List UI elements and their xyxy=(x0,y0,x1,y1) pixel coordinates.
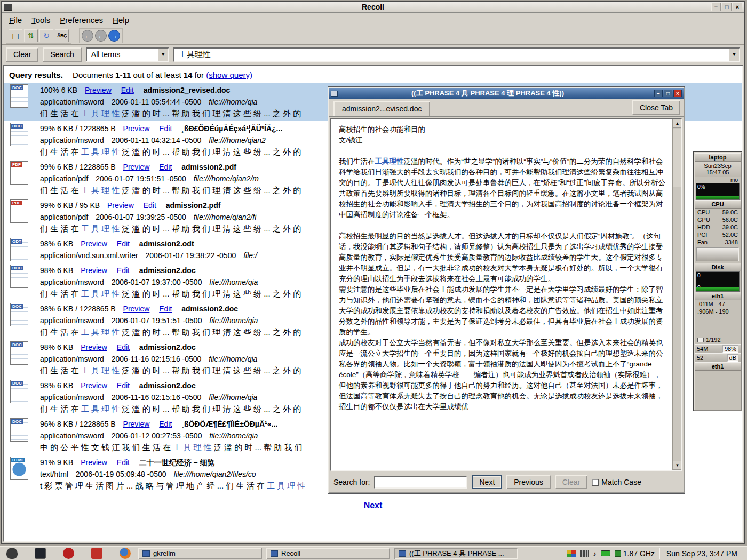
preview-link[interactable]: Preview xyxy=(123,420,150,428)
spellcheck-icon[interactable]: ÂBÇ xyxy=(55,29,69,42)
edit-link[interactable]: Edit xyxy=(117,239,130,248)
preview-link[interactable]: Preview xyxy=(81,266,107,275)
next-page-link[interactable]: Next xyxy=(364,501,383,510)
refresh-icon[interactable]: ↻ xyxy=(39,29,53,42)
edit-link[interactable]: Edit xyxy=(159,163,172,171)
maximize-icon[interactable]: □ xyxy=(722,3,732,11)
taskbar-task-button[interactable]: ((工 PHRASE 4 具 PHRASE ... xyxy=(394,548,518,559)
edit-link[interactable]: Edit xyxy=(117,343,130,351)
edit-link[interactable]: Edit xyxy=(159,124,172,133)
query-detail-icon[interactable]: ▤ xyxy=(9,29,22,42)
preview-tabbar: admission2...evised.doc Close Tab xyxy=(329,99,684,117)
search-for-label: Search for: xyxy=(333,478,370,486)
preview-link[interactable]: Preview xyxy=(81,381,107,390)
taskbar-task-button[interactable]: Recoll xyxy=(266,548,390,559)
menu-tools[interactable]: Tools xyxy=(27,14,54,26)
prev-page-icon[interactable]: ← xyxy=(95,30,107,42)
preview-link[interactable]: Preview xyxy=(123,163,150,171)
preview-tab[interactable]: admission2...evised.doc xyxy=(333,101,430,116)
result-filename: admission2_revised.doc xyxy=(144,86,231,94)
preview-link[interactable]: Preview xyxy=(81,343,107,351)
preview-link[interactable]: Preview xyxy=(85,86,112,94)
gkrellm-krell-slider[interactable] xyxy=(696,247,739,261)
gkrellm-time: 15:47 05 xyxy=(695,169,741,175)
taskbar-tasks: gkrellmRecoll((工 PHRASE 4 具 PHRASE ... xyxy=(138,548,518,559)
search-button[interactable]: Search xyxy=(43,47,81,62)
menu-preferences[interactable]: Preferences xyxy=(55,14,107,26)
result-relevance-size: 98% 6 KB / 1228865 B xyxy=(40,305,116,313)
result-date: 2006-01-11 04:32:14 -0500 xyxy=(112,136,202,145)
preview-link[interactable]: Preview xyxy=(81,239,107,248)
menu-file[interactable]: File xyxy=(5,14,26,26)
first-page-icon[interactable]: ← xyxy=(82,30,93,42)
show-query-link[interactable]: (show query) xyxy=(206,70,252,79)
gkrellm-mail: 1/192 xyxy=(695,335,741,344)
match-case-option[interactable]: Match Case xyxy=(592,478,641,486)
close-tab-button[interactable]: Close Tab xyxy=(632,100,680,115)
edit-link[interactable]: Edit xyxy=(117,458,130,467)
scroll-up-icon[interactable]: ▲ xyxy=(673,119,682,128)
next-page-icon[interactable]: → xyxy=(108,30,120,42)
keyboard-layout-icon[interactable] xyxy=(580,550,589,557)
task-icon xyxy=(399,550,406,557)
query-input-combo[interactable]: 工具理性 ▼ xyxy=(173,47,740,62)
menu-help[interactable]: Help xyxy=(108,14,133,26)
sort-icon[interactable]: ⇅ xyxy=(24,29,38,42)
minimize-icon[interactable]: − xyxy=(654,90,663,97)
preview-link[interactable]: Preview xyxy=(107,201,134,210)
preview-search-input[interactable] xyxy=(374,476,467,489)
toolbar-group-actions: ▤ ⇅ ↻ ÂBÇ xyxy=(6,28,71,44)
toolbox-icon[interactable] xyxy=(91,548,102,559)
preview-next-button[interactable]: Next xyxy=(472,475,502,489)
chevron-down-icon[interactable]: ▼ xyxy=(158,49,168,61)
start-icon[interactable] xyxy=(6,548,18,559)
edit-link[interactable]: Edit xyxy=(159,420,172,428)
preview-link[interactable]: Preview xyxy=(123,124,150,133)
result-url: file:///home/qia xyxy=(209,278,258,286)
workspace-switcher-icon[interactable] xyxy=(567,550,576,557)
document-icon: DOC xyxy=(9,341,29,365)
browser-icon[interactable] xyxy=(120,548,131,559)
result-mime: application/pdf xyxy=(40,174,88,183)
tray-separator xyxy=(659,548,660,559)
clear-button[interactable]: Clear xyxy=(6,47,38,62)
taskbar-task-button[interactable]: gkrellm xyxy=(138,548,262,559)
minimize-icon[interactable]: − xyxy=(711,3,721,11)
terminal-icon[interactable] xyxy=(35,548,46,559)
preview-search-bar: Search for: Next Previous Clear Match Ca… xyxy=(329,472,684,492)
preview-clear-button[interactable]: Clear xyxy=(555,475,587,489)
document-icon: DOC xyxy=(9,265,29,288)
preview-link[interactable]: Preview xyxy=(123,305,150,313)
match-case-checkbox[interactable] xyxy=(592,479,599,486)
preview-link[interactable]: Preview xyxy=(81,458,107,467)
preview-titlebar[interactable]: ((工 PHRASE 4 具 PHRASE 4 理 PHRASE 4 性)) −… xyxy=(329,88,684,99)
result-relevance-size: 100% 6 KB xyxy=(40,86,77,94)
chevron-down-icon[interactable]: ▼ xyxy=(729,49,739,61)
preview-paragraph: 高校招生最明显的目的当然是选拔人才。但这选拔人才的目标却不仅仅是人们假定“因材施… xyxy=(339,231,667,284)
result-date: 2006-01-07 19:39:25 -0500 xyxy=(96,213,186,221)
edit-link[interactable]: Edit xyxy=(117,266,130,275)
scroll-down-icon[interactable]: ▼ xyxy=(673,461,682,470)
result-mime: application/vnd.sun.xml.writer xyxy=(40,251,138,260)
preview-scrollbar[interactable]: ▲ ▼ xyxy=(672,119,681,470)
result-filename: ¸ßÖÐÖÆ¶È£¶ÏìÈ±ÖÐµÄ¹«... xyxy=(181,420,277,428)
edit-link[interactable]: Edit xyxy=(159,305,172,313)
gkrellm-memory: 54M 98% xyxy=(695,344,741,353)
close-icon[interactable]: × xyxy=(733,3,742,11)
gkrellm-cpu-header: CPU xyxy=(695,200,741,209)
volume-icon[interactable]: ♪ xyxy=(593,550,597,557)
scrollbar-thumb[interactable] xyxy=(673,129,682,187)
battery-icon[interactable] xyxy=(601,550,610,556)
result-mime: application/msword xyxy=(40,316,104,325)
search-mode-select[interactable]: All terms ▼ xyxy=(86,47,169,62)
edit-link[interactable]: Edit xyxy=(144,201,156,210)
preview-text[interactable]: 高校招生的社会功能和目的文/钱江我们生活在工具理性泛滥的时代。作为“世之显学”的… xyxy=(331,119,672,470)
document-icon: PDF xyxy=(9,199,29,223)
app-launcher-icon[interactable] xyxy=(63,548,74,559)
query-input-value[interactable]: 工具理性 xyxy=(174,50,215,60)
edit-link[interactable]: Edit xyxy=(121,86,134,94)
close-icon[interactable]: × xyxy=(673,90,682,97)
edit-link[interactable]: Edit xyxy=(117,381,130,390)
preview-previous-button[interactable]: Previous xyxy=(506,475,550,489)
maximize-icon[interactable]: □ xyxy=(664,90,672,97)
